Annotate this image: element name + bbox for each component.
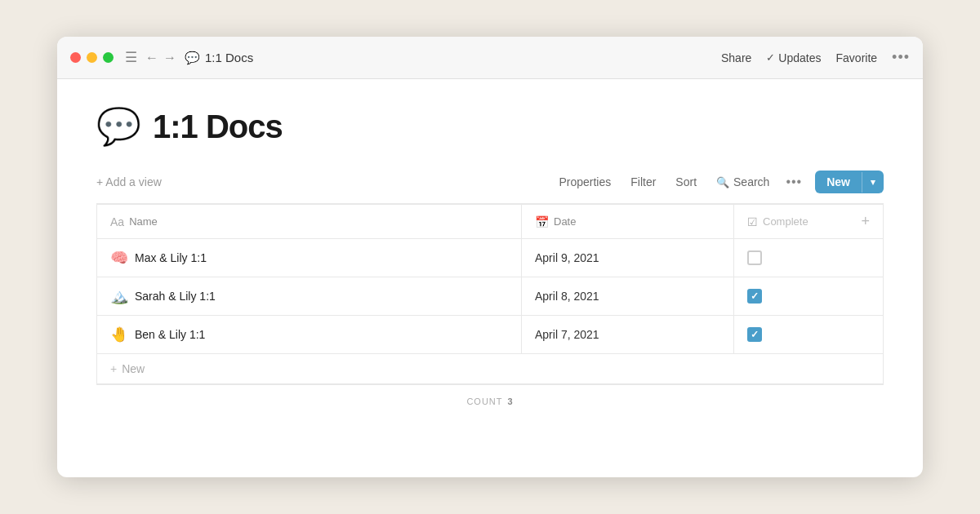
page-title: 1:1 Docs [153, 109, 283, 145]
page-icon: 💬 [96, 105, 141, 148]
new-button[interactable]: New [815, 171, 862, 193]
table-body: 🧠 Max & Lily 1:1 April 9, 2021 🏔️ Sarah … [97, 239, 883, 384]
col-header-date: 📅 Date [522, 205, 734, 238]
breadcrumb: 💬 1:1 Docs [185, 51, 253, 65]
menu-icon[interactable]: ☰ [125, 49, 137, 66]
more-options-button[interactable]: ••• [892, 49, 910, 66]
search-button[interactable]: 🔍 Search [708, 171, 777, 193]
new-button-group: New ▾ [815, 171, 884, 193]
date-col-icon: 📅 [535, 215, 549, 228]
page-header: 💬 1:1 Docs [96, 105, 884, 148]
complete-col-icon: ☑ [747, 215, 758, 228]
filter-button[interactable]: Filter [622, 171, 664, 193]
data-table: Aa Name 📅 Date ☑ Complete + 🧠 [96, 204, 884, 385]
properties-button[interactable]: Properties [550, 171, 619, 193]
date-cell-2: April 8, 2021 [522, 277, 734, 315]
back-button[interactable]: ← [145, 51, 158, 65]
checkbox-checked-2[interactable]: ✓ [747, 289, 762, 304]
forward-button[interactable]: → [163, 51, 176, 65]
minimize-button[interactable] [87, 52, 97, 63]
new-row-button[interactable]: + New [97, 354, 883, 384]
count-bar: COUNT 3 [96, 385, 884, 418]
share-button[interactable]: Share [721, 51, 751, 64]
row-icon-2: 🏔️ [110, 287, 128, 305]
date-cell-3: April 7, 2021 [522, 316, 734, 353]
view-toolbar: + Add a view Properties Filter Sort 🔍 Se… [96, 171, 884, 204]
maximize-button[interactable] [103, 52, 114, 63]
app-window: ☰ ← → 💬 1:1 Docs Share ✓ Updates Favorit… [57, 37, 923, 477]
checkbox-unchecked-1[interactable] [747, 250, 762, 265]
col-header-complete: ☑ Complete + [734, 205, 883, 238]
titlebar-right: Share ✓ Updates Favorite ••• [721, 49, 910, 66]
table-row: 🧠 Max & Lily 1:1 April 9, 2021 [97, 239, 883, 277]
complete-cell-2[interactable]: ✓ [734, 277, 883, 315]
row-name-3: Ben & Lily 1:1 [135, 328, 205, 341]
new-dropdown-button[interactable]: ▾ [862, 172, 884, 193]
table-row: 🤚 Ben & Lily 1:1 April 7, 2021 ✓ [97, 316, 883, 354]
name-cell-2[interactable]: 🏔️ Sarah & Lily 1:1 [97, 277, 522, 315]
table-row: 🏔️ Sarah & Lily 1:1 April 8, 2021 ✓ [97, 277, 883, 316]
close-button[interactable] [70, 52, 81, 63]
date-cell-1: April 9, 2021 [522, 239, 734, 277]
traffic-lights [70, 52, 114, 63]
complete-cell-1[interactable] [734, 239, 883, 277]
page-content: 💬 1:1 Docs + Add a view Properties Filte… [57, 79, 923, 477]
titlebar: ☰ ← → 💬 1:1 Docs Share ✓ Updates Favorit… [57, 37, 923, 79]
complete-cell-3[interactable]: ✓ [734, 316, 883, 353]
toolbar-right: Properties Filter Sort 🔍 Search ••• New … [550, 171, 884, 193]
toolbar-more-button[interactable]: ••• [781, 171, 807, 193]
titlebar-controls: ☰ ← → 💬 1:1 Docs [125, 49, 253, 66]
name-cell-1[interactable]: 🧠 Max & Lily 1:1 [97, 239, 522, 277]
search-icon: 🔍 [716, 176, 729, 188]
check-icon: ✓ [766, 51, 775, 64]
row-icon-3: 🤚 [110, 326, 128, 343]
count-value: 3 [507, 397, 513, 406]
favorite-button[interactable]: Favorite [836, 51, 878, 64]
updates-button[interactable]: ✓ Updates [766, 51, 821, 64]
count-label: COUNT [466, 397, 502, 406]
sort-button[interactable]: Sort [667, 171, 705, 193]
breadcrumb-title: 1:1 Docs [205, 51, 253, 64]
add-col-button[interactable]: + [861, 213, 870, 230]
row-icon-1: 🧠 [110, 249, 128, 267]
new-row-label: New [122, 362, 145, 375]
plus-icon: + [110, 362, 117, 375]
name-cell-3[interactable]: 🤚 Ben & Lily 1:1 [97, 316, 522, 353]
add-view-button[interactable]: + Add a view [96, 175, 162, 188]
col-header-name: Aa Name [97, 205, 522, 238]
name-col-icon: Aa [110, 215, 124, 228]
row-name-1: Max & Lily 1:1 [135, 251, 207, 264]
checkbox-checked-3[interactable]: ✓ [747, 327, 762, 342]
table-header: Aa Name 📅 Date ☑ Complete + [97, 205, 883, 239]
row-name-2: Sarah & Lily 1:1 [135, 290, 216, 303]
nav-buttons: ← → [145, 51, 176, 65]
breadcrumb-icon: 💬 [185, 51, 200, 65]
